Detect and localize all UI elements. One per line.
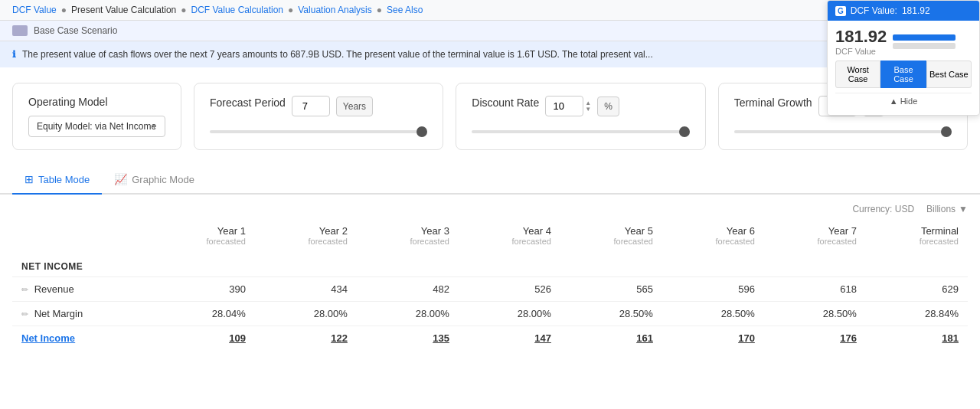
discount-rate-card: Discount Rate ▲ ▼ % (456, 83, 705, 150)
discount-rate-unit: % (597, 97, 619, 116)
header-year6: Year 6 forecasted (662, 221, 764, 250)
netmargin-y5: 28.50% (560, 302, 662, 326)
graphic-mode-icon: 📈 (114, 173, 127, 185)
forecast-period-title: Forecast Period (210, 97, 286, 109)
scenario-icon (12, 25, 28, 36)
data-table: Year 1 forecasted Year 2 forecasted Year… (12, 221, 968, 350)
section-header-label: NET INCOME (12, 250, 968, 277)
header-terminal: Terminal forecasted (866, 221, 968, 250)
revenue-y5: 565 (560, 277, 662, 302)
header-year2: Year 2 forecasted (255, 221, 357, 250)
header-year7: Year 7 forecasted (764, 221, 866, 250)
revenue-y3: 482 (357, 277, 459, 302)
nav-link-va[interactable]: Valuation Analysis (298, 5, 372, 15)
scenario-label: Base Case Scenario (34, 25, 117, 36)
operating-model-select-wrapper: Equity Model: via Net Income (28, 116, 165, 137)
netmargin-y6: 28.50% (662, 302, 764, 326)
netmargin-label-cell: ✏ Net Margin (12, 302, 153, 326)
terminal-slider-container (734, 124, 952, 136)
dcf-hide-button[interactable]: ▲ Hide (835, 93, 972, 109)
netincome-terminal: 181 (866, 326, 968, 351)
info-icon: ℹ (12, 49, 16, 60)
nav-link-dcf[interactable]: DCF Value (12, 5, 57, 15)
dcf-header-value: 181.92 (902, 5, 930, 16)
netincome-y3: 135 (357, 326, 459, 351)
nav-link-pvc[interactable]: Present Value Calculation (71, 5, 176, 15)
forecast-slider-container (210, 124, 427, 136)
discount-rate-slider[interactable] (472, 130, 689, 133)
netincome-y2: 122 (255, 326, 357, 351)
table-meta: Currency: USD Billions ▼ (12, 195, 968, 221)
table-mode-icon: ⊞ (24, 173, 34, 185)
netmargin-y4: 28.00% (459, 302, 560, 326)
net-income-link[interactable]: Net Income (21, 332, 75, 344)
forecast-period-input[interactable] (292, 96, 330, 116)
header-year3: Year 3 forecasted (357, 221, 459, 250)
best-case-button[interactable]: Best Case (926, 61, 972, 88)
terminal-growth-slider[interactable] (734, 130, 952, 133)
dcf-value-number: 181.92 (835, 27, 887, 47)
netincome-y1: 109 (153, 326, 255, 351)
dcf-bar-gray (893, 43, 956, 49)
netincome-label-cell: Net Income (12, 326, 153, 351)
discount-rate-input-wrapper: ▲ ▼ (545, 96, 591, 116)
netmargin-edit-icon[interactable]: ✏ (21, 309, 28, 319)
dcf-value-label: DCF Value (835, 47, 887, 56)
forecast-period-unit: Years (336, 97, 373, 116)
revenue-edit-icon[interactable]: ✏ (21, 285, 28, 294)
revenue-y4: 526 (459, 277, 560, 302)
discount-row: Discount Rate ▲ ▼ % (472, 96, 689, 116)
operating-model-title: Operating Model (28, 96, 165, 108)
dcf-popup-body: 181.92 DCF Value Worst Case Base Case Be… (828, 21, 979, 115)
revenue-terminal: 629 (866, 277, 968, 302)
discount-rate-input[interactable] (545, 96, 583, 116)
discount-rate-title: Discount Rate (472, 97, 539, 109)
forecast-row: Forecast Period Years (210, 96, 427, 116)
dcf-scenario-buttons: Worst Case Base Case Best Case (835, 61, 972, 88)
discount-down-spinner[interactable]: ▼ (585, 106, 591, 113)
header-empty (12, 221, 153, 250)
nav-link-dcvc[interactable]: DCF Value Calculation (191, 5, 284, 15)
netmargin-y2: 28.00% (255, 302, 357, 326)
netincome-y7: 176 (764, 326, 866, 351)
revenue-y2: 434 (255, 277, 357, 302)
tab-graphic-mode[interactable]: 📈 Graphic Mode (102, 165, 207, 195)
netincome-y4: 147 (459, 326, 560, 351)
table-row: ✏ Revenue 390 434 482 526 565 596 618 62… (12, 277, 968, 302)
billions-button[interactable]: Billions ▼ (926, 204, 968, 214)
dcf-bar-blue (893, 34, 956, 41)
forecast-period-slider[interactable] (210, 130, 427, 133)
dcf-popup-header: G DCF Value: 181.92 (828, 1, 979, 21)
revenue-label: Revenue (34, 283, 74, 295)
tab-table-mode[interactable]: ⊞ Table Mode (12, 165, 102, 195)
nav-link-seealso[interactable]: See Also (387, 5, 423, 15)
billions-arrow: ▼ (959, 204, 968, 214)
tab-table-label: Table Mode (38, 174, 90, 185)
base-case-button[interactable]: Base Case (880, 61, 926, 88)
dcf-value-row: 181.92 DCF Value (835, 27, 972, 56)
currency-label: Currency: USD (852, 204, 914, 214)
discount-slider-container (472, 124, 689, 136)
revenue-y7: 618 (764, 277, 866, 302)
table-row: Net Income 109 122 135 147 161 170 176 1… (12, 326, 968, 351)
operating-model-card: Operating Model Equity Model: via Net In… (12, 83, 181, 150)
dcf-value-popup: G DCF Value: 181.92 181.92 DCF Value Wor… (827, 0, 980, 116)
header-year1: Year 1 forecasted (153, 221, 255, 250)
netmargin-y7: 28.50% (764, 302, 866, 326)
table-row: ✏ Net Margin 28.04% 28.00% 28.00% 28.00%… (12, 302, 968, 326)
info-text: The present value of cash flows over the… (22, 49, 653, 60)
worst-case-button[interactable]: Worst Case (835, 61, 880, 88)
operating-model-select[interactable]: Equity Model: via Net Income (28, 116, 165, 137)
section-header-row: NET INCOME (12, 250, 968, 277)
revenue-label-cell: ✏ Revenue (12, 277, 153, 302)
nav-bar: DCF Value ● Present Value Calculation ● … (0, 0, 980, 21)
tabs-row: ⊞ Table Mode 📈 Graphic Mode (0, 165, 980, 195)
header-year5: Year 5 forecasted (560, 221, 662, 250)
tab-graphic-label: Graphic Mode (132, 174, 194, 185)
netincome-y5: 161 (560, 326, 662, 351)
netmargin-label: Net Margin (34, 308, 83, 319)
netmargin-terminal: 28.84% (866, 302, 968, 326)
header-year4: Year 4 forecasted (459, 221, 560, 250)
google-g-icon: G (835, 6, 846, 16)
netmargin-y1: 28.04% (153, 302, 255, 326)
